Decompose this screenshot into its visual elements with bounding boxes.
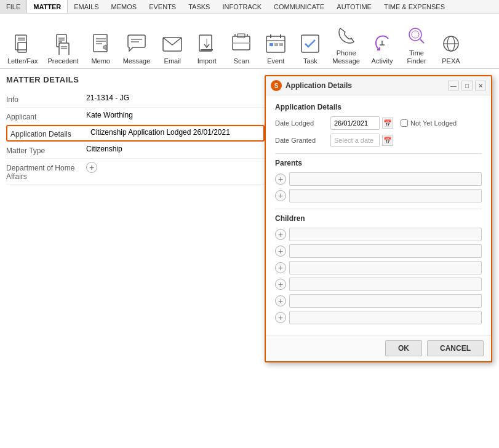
main-area: MATTER DETAILS Info 21-1314 - JG Applica…: [0, 69, 499, 448]
parent-add-btn-2[interactable]: +: [275, 190, 286, 201]
date-granted-calendar-btn[interactable]: 📅: [382, 135, 393, 146]
event-icon: [263, 31, 288, 56]
modal-title: Application Details: [285, 81, 448, 90]
section-divider-parents: [275, 153, 482, 154]
svg-line-38: [420, 39, 424, 43]
svg-rect-31: [274, 43, 278, 46]
svg-rect-1: [18, 42, 26, 52]
parent-input-row-2: +: [275, 189, 482, 202]
modal-title-icon: S: [271, 80, 282, 91]
ribbon-memo[interactable]: Memo: [84, 20, 118, 68]
date-granted-placeholder: Select a date: [334, 137, 373, 144]
phone-message-icon: [334, 23, 359, 48]
menu-infotrack[interactable]: INFOTRACK: [216, 0, 268, 13]
date-granted-row: Date Granted Select a date 📅: [275, 134, 482, 147]
activity-label: Activity: [372, 57, 393, 65]
menu-file[interactable]: FILE: [0, 0, 26, 13]
memo-label: Memo: [91, 57, 110, 65]
modal-overlay: S Application Details — □ ✕ Application …: [0, 69, 499, 448]
activity-icon: [370, 31, 394, 56]
modal-body: Application Details Date Lodged 26/01/20…: [266, 95, 491, 335]
import-icon: [194, 31, 219, 56]
ribbon-import[interactable]: Import: [190, 20, 223, 68]
child-add-btn-4[interactable]: +: [275, 279, 286, 290]
phone-message-label: PhoneMessage: [332, 49, 360, 65]
child-add-btn-5[interactable]: +: [275, 295, 286, 306]
ribbon-event[interactable]: Event: [259, 20, 292, 68]
ribbon-letter-fax[interactable]: Letter/Fax: [3, 20, 42, 68]
child-input-6[interactable]: [289, 311, 482, 324]
menu-time-expenses[interactable]: TIME & EXPENSES: [378, 0, 451, 13]
svg-point-36: [409, 28, 421, 41]
modal-close-btn[interactable]: ✕: [475, 81, 486, 90]
parent-add-btn-1[interactable]: +: [275, 174, 286, 185]
child-input-3[interactable]: [289, 261, 482, 274]
child-input-row-1: +: [275, 228, 482, 241]
child-add-btn-6[interactable]: +: [275, 312, 286, 323]
modal-footer: OK CANCEL: [266, 335, 491, 361]
modal-controls: — □ ✕: [448, 81, 486, 90]
menu-autotime[interactable]: AUTOTIME: [330, 0, 378, 13]
ribbon-scan[interactable]: Scan: [225, 20, 258, 68]
ribbon-activity[interactable]: Activity: [365, 20, 399, 68]
message-icon: [124, 31, 149, 56]
parent-input-2[interactable]: [289, 189, 482, 202]
not-yet-lodged-checkbox[interactable]: [401, 119, 408, 127]
ribbon-pexa[interactable]: PEXA: [434, 20, 468, 68]
ribbon-email[interactable]: Email: [156, 20, 189, 68]
date-lodged-field[interactable]: 26/01/2021: [330, 116, 380, 130]
date-lodged-row: Date Lodged 26/01/2021 📅 Not Yet Lodged: [275, 116, 482, 130]
child-input-4[interactable]: [289, 278, 482, 291]
not-yet-lodged-label-text: Not Yet Lodged: [410, 119, 457, 127]
task-label: Task: [303, 57, 317, 65]
ribbon-precedent[interactable]: Precedent: [44, 20, 83, 68]
parent-input-1[interactable]: [289, 172, 482, 186]
menu-bar: FILE MATTER EMAILS MEMOS EVENTS TASKS IN…: [0, 0, 499, 14]
ribbon-phone-message[interactable]: PhoneMessage: [328, 20, 364, 68]
svg-rect-30: [269, 43, 273, 46]
child-input-row-3: +: [275, 261, 482, 274]
parent-input-row-1: +: [275, 172, 482, 186]
menu-memos[interactable]: MEMOS: [105, 0, 143, 13]
scan-label: Scan: [234, 57, 249, 65]
svg-point-37: [412, 31, 419, 38]
ribbon-task[interactable]: Task: [293, 20, 327, 68]
ribbon-message[interactable]: Message: [119, 20, 155, 68]
svg-rect-32: [279, 43, 283, 46]
child-add-btn-1[interactable]: +: [275, 229, 286, 240]
time-finder-label: TimeFinder: [407, 49, 426, 65]
menu-events[interactable]: EVENTS: [143, 0, 182, 13]
child-add-btn-2[interactable]: +: [275, 246, 286, 257]
date-lodged-calendar-btn[interactable]: 📅: [382, 118, 393, 129]
import-label: Import: [198, 57, 217, 65]
menu-tasks[interactable]: TASKS: [182, 0, 216, 13]
precedent-label: Precedent: [48, 57, 79, 65]
cancel-button[interactable]: CANCEL: [427, 340, 484, 356]
menu-matter[interactable]: MATTER: [26, 0, 68, 13]
child-input-1[interactable]: [289, 228, 482, 241]
svg-rect-23: [238, 34, 245, 38]
ok-button[interactable]: OK: [385, 340, 422, 356]
modal-minimize-btn[interactable]: —: [448, 81, 459, 90]
date-lodged-label: Date Lodged: [275, 119, 330, 127]
scan-icon: [229, 31, 253, 56]
menu-communicate[interactable]: COMMUNICATE: [268, 0, 330, 13]
child-input-row-2: +: [275, 244, 482, 258]
menu-emails[interactable]: EMAILS: [68, 0, 105, 13]
app-details-section-title: Application Details: [275, 103, 482, 111]
ribbon-time-finder[interactable]: TimeFinder: [400, 20, 433, 68]
letter-fax-icon: [10, 31, 35, 56]
child-add-btn-3[interactable]: +: [275, 262, 286, 273]
modal-maximize-btn[interactable]: □: [461, 81, 473, 90]
date-lodged-input-group: 26/01/2021 📅 Not Yet Lodged: [330, 116, 457, 130]
time-finder-icon: [404, 23, 429, 48]
ribbon: Letter/Fax Precedent Mem: [0, 14, 499, 69]
child-input-row-4: +: [275, 278, 482, 291]
child-input-2[interactable]: [289, 244, 482, 258]
child-input-5[interactable]: [289, 294, 482, 308]
svg-rect-33: [301, 35, 319, 52]
date-granted-field[interactable]: Select a date: [330, 134, 380, 147]
precedent-icon: [51, 31, 76, 56]
parents-section-title: Parents: [275, 159, 482, 167]
letter-fax-label: Letter/Fax: [7, 57, 38, 65]
